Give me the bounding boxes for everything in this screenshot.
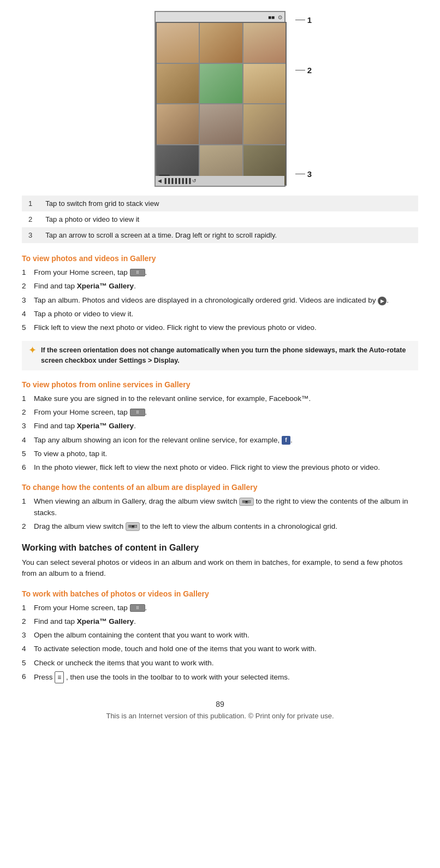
- photo-cell-green: [200, 64, 242, 104]
- step-num: 5: [22, 448, 34, 459]
- list-item: 4 Tap a photo or video to view it.: [22, 309, 418, 320]
- step-num: 6: [22, 462, 34, 473]
- step-num: 1: [22, 267, 34, 278]
- footer-copyright: This is an Internet version of this publ…: [22, 712, 418, 720]
- photo-cell: [200, 23, 242, 63]
- step-text: Tap an album. Photos and videos are disp…: [34, 295, 418, 306]
- image-section: ■■ ⊙ ▶: [22, 11, 418, 186]
- step-num: 1: [22, 393, 34, 404]
- table-row: 2 Tap a photo or video to view it: [22, 211, 418, 227]
- step-text: Make sure you are signed in to the relev…: [34, 393, 418, 404]
- step-num: 3: [22, 295, 34, 306]
- section4-heading: Working with batches of content in Galle…: [22, 543, 418, 553]
- list-item: 2 Find and tap Xperia™ Gallery.: [22, 281, 418, 292]
- list-item: 3 Tap an album. Photos and videos are di…: [22, 295, 418, 306]
- step-text: Check or uncheck the items that you want…: [34, 658, 418, 669]
- page-number: 89: [22, 700, 418, 708]
- top-strip: ■■ ⊙: [156, 12, 284, 22]
- list-item: 4 To activate selection mode, touch and …: [22, 643, 418, 654]
- callout-1: 1: [307, 15, 312, 25]
- screenshot-wrapper: ■■ ⊙ ▶: [154, 11, 296, 186]
- page: ■■ ⊙ ▶: [0, 0, 440, 736]
- step-text: To activate selection mode, touch and ho…: [34, 643, 418, 654]
- list-item: 3 Find and tap Xperia™ Gallery.: [22, 421, 418, 432]
- photo-cell: [157, 64, 199, 104]
- photo-grid: ▶: [156, 22, 287, 186]
- list-item: 5 To view a photo, tap it.: [22, 448, 418, 459]
- section2-steps: 1 Make sure you are signed in to the rel…: [22, 393, 418, 474]
- phone-screenshot: ■■ ⊙ ▶: [154, 11, 296, 186]
- step-num: 2: [22, 407, 34, 418]
- tip-box: ✦ If the screen orientation does not cha…: [22, 341, 418, 370]
- step-text: Tap any album showing an icon for the re…: [34, 435, 418, 446]
- step-num: 3: [22, 630, 34, 641]
- table-row: 3 Tap an arrow to scroll a screen at a t…: [22, 227, 418, 243]
- step-text: To view a photo, tap it.: [34, 448, 418, 459]
- ref-desc: Tap an arrow to scroll a screen at a tim…: [39, 227, 418, 243]
- list-item: 5 Flick left to view the next photo or v…: [22, 322, 418, 333]
- step-text: Tap a photo or video to view it.: [34, 309, 418, 320]
- list-item: 1 From your Home screen, tap ⠿.: [22, 603, 418, 613]
- step-text: From your Home screen, tap ⠿.: [34, 407, 418, 418]
- photo-cell: [243, 104, 286, 144]
- step-text: Find and tap Xperia™ Gallery.: [34, 421, 418, 432]
- toolbar-strip: ◀ ▐▐▐▐▐▐▐▐ ↺: [156, 176, 284, 186]
- step-text: When viewing an album in Gallery, drag t…: [34, 496, 418, 518]
- step-text: Press ≡ , then use the tools in the tool…: [34, 671, 418, 683]
- list-item: 5 Check or uncheck the items that you wa…: [22, 658, 418, 669]
- photo-cell: [243, 64, 286, 104]
- section3-heading: To change how the contents of an album a…: [22, 483, 418, 492]
- step-text: From your Home screen, tap ⠿.: [34, 603, 418, 613]
- step-num: 4: [22, 643, 34, 654]
- apps-icon-2: ⠿: [130, 409, 145, 416]
- callout-line-3: [295, 174, 305, 174]
- list-item: 2 Find and tap Xperia™ Gallery.: [22, 616, 418, 627]
- callout-2: 2: [307, 66, 312, 75]
- step-text: From your Home screen, tap ⠿.: [34, 267, 418, 278]
- step-num: 2: [22, 281, 34, 292]
- section4-steps: 1 From your Home screen, tap ⠿. 2 Find a…: [22, 603, 418, 683]
- step-text: Find and tap Xperia™ Gallery.: [34, 616, 418, 627]
- reference-table: 1 Tap to switch from grid to stack view …: [22, 196, 418, 243]
- facebook-icon: f: [282, 436, 290, 445]
- list-item: 2 From your Home screen, tap ⠿.: [22, 407, 418, 418]
- photo-cell: [157, 23, 199, 63]
- list-item: 6 Press ≡ , then use the tools in the to…: [22, 671, 418, 683]
- step-num: 5: [22, 658, 34, 669]
- step-text: In the photo viewer, flick left to view …: [34, 462, 418, 473]
- step-num: 5: [22, 322, 34, 333]
- list-item: 4 Tap any album showing an icon for the …: [22, 435, 418, 446]
- section1-steps: 1 From your Home screen, tap ⠿. 2 Find a…: [22, 267, 418, 333]
- view-switch-icon-2: ⊞▣⊡: [126, 522, 140, 531]
- step-num: 1: [22, 603, 34, 613]
- section4-intro: You can select several photos or videos …: [22, 557, 418, 580]
- list-item: 1 When viewing an album in Gallery, drag…: [22, 496, 418, 518]
- step-text: Flick left to view the next photo or vid…: [34, 322, 418, 333]
- step-num: 4: [22, 435, 34, 446]
- step-num: 6: [22, 671, 34, 683]
- ref-desc: Tap to switch from grid to stack view: [39, 196, 418, 211]
- page-footer: 89 This is an Internet version of this p…: [22, 700, 418, 720]
- step-num: 1: [22, 496, 34, 518]
- section1-heading: To view photos and videos in Gallery: [22, 254, 418, 263]
- list-item: 2 Drag the album view switch ⊞▣⊡ to the …: [22, 521, 418, 532]
- view-switch-icon: ⊞▣⊡: [239, 498, 253, 506]
- menu-button-icon: ≡: [55, 671, 64, 683]
- section4-subheading: To work with batches of photos or videos…: [22, 589, 418, 598]
- table-row: 1 Tap to switch from grid to stack view: [22, 196, 418, 211]
- callout-line-1: [295, 20, 305, 20]
- step-text: Find and tap Xperia™ Gallery.: [34, 281, 418, 292]
- ref-num: 1: [22, 196, 39, 211]
- section2-heading: To view photos from online services in G…: [22, 380, 418, 389]
- ref-num: 3: [22, 227, 39, 243]
- ref-desc: Tap a photo or video to view it: [39, 211, 418, 227]
- list-item: 1 From your Home screen, tap ⠿.: [22, 267, 418, 278]
- list-item: 1 Make sure you are signed in to the rel…: [22, 393, 418, 404]
- step-num: 2: [22, 616, 34, 627]
- step-num: 2: [22, 521, 34, 532]
- list-item: 3 Open the album containing the content …: [22, 630, 418, 641]
- list-item: 6 In the photo viewer, flick left to vie…: [22, 462, 418, 473]
- photo-cell: [200, 104, 242, 144]
- tip-icon: ✦: [28, 344, 37, 356]
- section3-steps: 1 When viewing an album in Gallery, drag…: [22, 496, 418, 532]
